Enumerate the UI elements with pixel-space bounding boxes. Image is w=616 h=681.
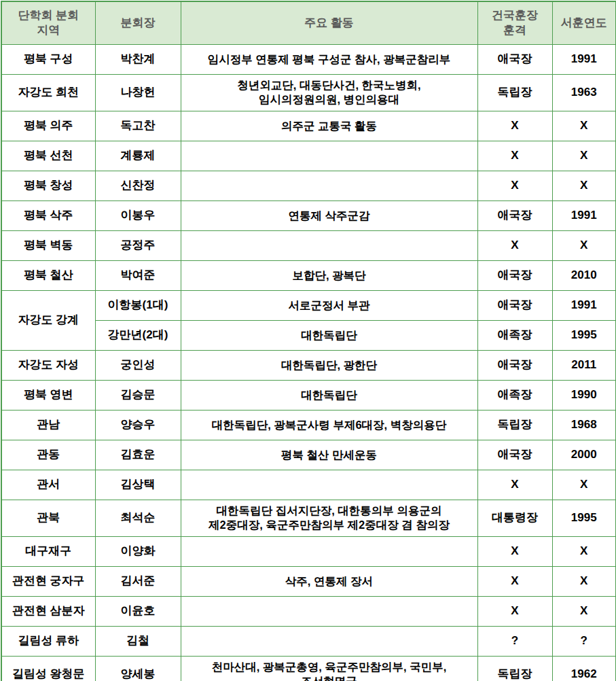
merit-table-container: 단학회 분회 지역분회장주요 활동건국훈장 훈격서훈연도 평북 구성박찬계임시정… bbox=[0, 0, 616, 681]
cell-region: 관남 bbox=[1, 410, 95, 440]
cell-year: X bbox=[552, 566, 616, 596]
cell-region: 길림성 류하 bbox=[1, 626, 95, 656]
table-row: 관남양승우대한독립단, 광복군사령 부제6대장, 벽창의용단독립장1968 bbox=[1, 410, 616, 440]
cell-medal: 애족장 bbox=[477, 380, 552, 410]
cell-region: 평북 의주 bbox=[1, 111, 95, 141]
cell-head: 나창헌 bbox=[95, 75, 181, 111]
cell-head: 신찬정 bbox=[95, 171, 181, 200]
cell-activities bbox=[181, 626, 477, 656]
cell-head: 공정주 bbox=[95, 230, 181, 260]
cell-medal: 독립장 bbox=[477, 75, 552, 111]
col-header-4: 서훈연도 bbox=[552, 1, 616, 45]
cell-activities: 천마산대, 광복군총영, 육군주만참의부, 국민부, 조선혁명군 bbox=[181, 656, 477, 681]
cell-medal: 대통령장 bbox=[477, 500, 552, 536]
cell-medal: X bbox=[477, 596, 552, 626]
cell-head: 이항봉(1대) bbox=[95, 290, 181, 320]
cell-year: 1991 bbox=[552, 200, 616, 230]
cell-activities: 삭주, 연통제 장서 bbox=[181, 566, 477, 596]
cell-activities bbox=[181, 470, 477, 500]
table-row: 관서김상택XX bbox=[1, 470, 616, 500]
cell-year: X bbox=[552, 470, 616, 500]
cell-activities bbox=[181, 171, 477, 200]
cell-head: 김서준 bbox=[95, 566, 181, 596]
cell-region: 관서 bbox=[1, 470, 95, 500]
cell-activities bbox=[181, 230, 477, 260]
cell-activities: 대한독립단 bbox=[181, 320, 477, 350]
cell-head: 이양화 bbox=[95, 536, 181, 566]
cell-head: 김철 bbox=[95, 626, 181, 656]
cell-medal: 애국장 bbox=[477, 440, 552, 470]
cell-region: 평북 삭주 bbox=[1, 200, 95, 230]
cell-medal: X bbox=[477, 171, 552, 200]
cell-medal: X bbox=[477, 230, 552, 260]
cell-year: X bbox=[552, 171, 616, 200]
cell-year: 1968 bbox=[552, 410, 616, 440]
cell-region: 평북 구성 bbox=[1, 45, 95, 75]
cell-year: ? bbox=[552, 626, 616, 656]
table-row: 평북 구성박찬계임시정부 연통제 평북 구성군 참사, 광복군참리부애국장199… bbox=[1, 45, 616, 75]
cell-head: 양세봉 bbox=[95, 656, 181, 681]
cell-region: 평북 선천 bbox=[1, 141, 95, 171]
col-header-3: 건국훈장 훈격 bbox=[477, 1, 552, 45]
cell-activities: 연통제 삭주군감 bbox=[181, 200, 477, 230]
cell-region: 평북 영변 bbox=[1, 380, 95, 410]
cell-head: 이윤호 bbox=[95, 596, 181, 626]
cell-activities: 임시정부 연통제 평북 구성군 참사, 광복군참리부 bbox=[181, 45, 477, 75]
cell-year: 1995 bbox=[552, 500, 616, 536]
cell-activities bbox=[181, 536, 477, 566]
cell-medal: 애족장 bbox=[477, 320, 552, 350]
cell-head: 계룡제 bbox=[95, 141, 181, 171]
table-row: 평북 선천계룡제XX bbox=[1, 141, 616, 171]
cell-region: 자강도 희천 bbox=[1, 75, 95, 111]
table-row: 관전현 삼분자이윤호XX bbox=[1, 596, 616, 626]
cell-year: X bbox=[552, 596, 616, 626]
table-row: 평북 의주독고찬의주군 교통국 활동XX bbox=[1, 111, 616, 141]
cell-year: 1990 bbox=[552, 380, 616, 410]
cell-activities bbox=[181, 596, 477, 626]
cell-head: 이봉우 bbox=[95, 200, 181, 230]
cell-region: 대구재구 bbox=[1, 536, 95, 566]
cell-year: X bbox=[552, 141, 616, 171]
cell-year: 2010 bbox=[552, 260, 616, 290]
cell-activities: 대한독립단 bbox=[181, 380, 477, 410]
cell-medal: 애국장 bbox=[477, 260, 552, 290]
table-row: 관동김효운평북 철산 만세운동애국장2000 bbox=[1, 440, 616, 470]
cell-medal: X bbox=[477, 111, 552, 141]
cell-activities: 의주군 교통국 활동 bbox=[181, 111, 477, 141]
cell-medal: X bbox=[477, 566, 552, 596]
cell-year: X bbox=[552, 111, 616, 141]
col-header-2: 주요 활동 bbox=[181, 1, 477, 45]
cell-year: 1991 bbox=[552, 290, 616, 320]
table-row: 평북 철산박여준보합단, 광복단애국장2010 bbox=[1, 260, 616, 290]
cell-head: 박여준 bbox=[95, 260, 181, 290]
cell-year: 2000 bbox=[552, 440, 616, 470]
cell-year: X bbox=[552, 230, 616, 260]
cell-activities: 청년외교단, 대동단사건, 한국노병회, 임시의정원의원, 병인의용대 bbox=[181, 75, 477, 111]
table-row: 평북 벽동공정주XX bbox=[1, 230, 616, 260]
cell-region: 자강도 자성 bbox=[1, 350, 95, 380]
table-row: 자강도 강계이항봉(1대)서로군정서 부관애국장1991 bbox=[1, 290, 616, 320]
cell-region: 자강도 강계 bbox=[1, 290, 95, 350]
table-body: 평북 구성박찬계임시정부 연통제 평북 구성군 참사, 광복군참리부애국장199… bbox=[1, 45, 616, 681]
cell-activities bbox=[181, 141, 477, 171]
cell-head: 최석순 bbox=[95, 500, 181, 536]
table-row: 평북 삭주이봉우연통제 삭주군감애국장1991 bbox=[1, 200, 616, 230]
cell-head: 김효운 bbox=[95, 440, 181, 470]
cell-medal: 애국장 bbox=[477, 200, 552, 230]
cell-activities: 대한독립단 집서지단장, 대한통의부 의용군의 제2중대장, 육군주만참의부 제… bbox=[181, 500, 477, 536]
cell-year: 2011 bbox=[552, 350, 616, 380]
cell-region: 관전현 궁자구 bbox=[1, 566, 95, 596]
cell-medal: X bbox=[477, 141, 552, 171]
cell-activities: 서로군정서 부관 bbox=[181, 290, 477, 320]
cell-activities: 보합단, 광복단 bbox=[181, 260, 477, 290]
cell-region: 평북 철산 bbox=[1, 260, 95, 290]
cell-head: 강만년(2대) bbox=[95, 320, 181, 350]
cell-activities: 대한독립단, 광복군사령 부제6대장, 벽창의용단 bbox=[181, 410, 477, 440]
header-row: 단학회 분회 지역분회장주요 활동건국훈장 훈격서훈연도 bbox=[1, 1, 616, 45]
cell-region: 관북 bbox=[1, 500, 95, 536]
cell-head: 양승우 bbox=[95, 410, 181, 440]
cell-head: 김승문 bbox=[95, 380, 181, 410]
table-row: 길림성 류하김철?? bbox=[1, 626, 616, 656]
table-row: 평북 영변김승문대한독립단애족장1990 bbox=[1, 380, 616, 410]
col-header-1: 분회장 bbox=[95, 1, 181, 45]
